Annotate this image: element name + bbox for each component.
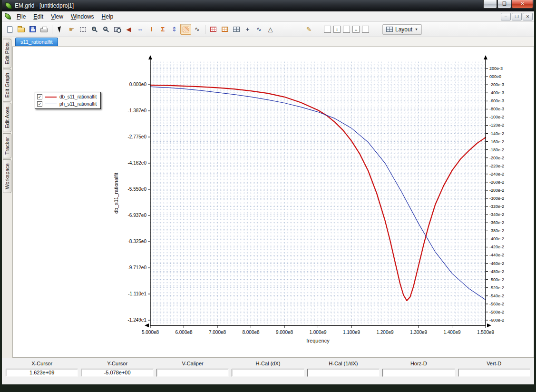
y-tick-label: -1.249e1 — [116, 317, 146, 323]
readout-header: Horz-D — [382, 361, 455, 369]
zoom-in-button[interactable] — [89, 24, 100, 35]
y-tick-label: -400e-2 — [489, 236, 504, 241]
legend-label: ph_s11_rationalfit — [59, 101, 97, 107]
layout-panes-button[interactable] — [231, 24, 242, 35]
y-axis-label: db_s11_rationalfit — [113, 173, 119, 214]
app-window: EM.grid - [untitledproj1] — ❑ ✕ FileEdit… — [0, 0, 536, 392]
readout-column-v-caliper: V-Caliper — [156, 361, 229, 377]
layout-menu-label: Layout — [395, 26, 412, 33]
menu-help[interactable]: Help — [98, 12, 117, 21]
readout-vert-d-value — [458, 369, 530, 377]
maximize-button[interactable]: ❑ — [497, 0, 511, 9]
mdi-restore-button[interactable]: ❐ — [512, 13, 522, 20]
y-tick-label: -420e-2 — [489, 245, 504, 249]
grid-orange-button[interactable] — [219, 24, 230, 35]
option-check-1-button[interactable] — [324, 26, 331, 33]
y-tick-label: -280e-2 — [489, 188, 504, 193]
zoom-out-button[interactable] — [100, 24, 111, 35]
menu-edit[interactable]: Edit — [29, 12, 47, 21]
minimize-button[interactable]: — — [483, 0, 497, 9]
wave-zoom-icon: ∿ — [195, 26, 200, 32]
menu-file[interactable]: File — [13, 12, 29, 21]
save-icon — [29, 26, 36, 32]
readout-column-x-cursor: X-Cursor1.623e+09 — [6, 361, 78, 377]
triangle-marker-icon: △ — [268, 26, 273, 32]
save-button[interactable] — [27, 24, 38, 35]
chevron-down-icon: ▼ — [415, 28, 418, 31]
side-tab-edit-plots[interactable]: Edit Plots — [3, 39, 11, 68]
y-tick-label: -320e-2 — [489, 204, 504, 209]
layout-menu-button[interactable]: Layout▼ — [382, 24, 422, 35]
vertical-caliper-button[interactable]: ⇕ — [169, 24, 180, 35]
menu-view[interactable]: View — [47, 12, 67, 21]
triangle-marker-button[interactable]: △ — [265, 24, 276, 35]
marker-pair-button[interactable]: ⇔ — [135, 24, 146, 35]
x-tick-label: 5.000e8 — [135, 330, 166, 335]
side-tab-workspace[interactable]: Workspace — [3, 159, 11, 193]
pan-hand-button[interactable]: ☛ — [66, 24, 77, 35]
select-cursor-button[interactable] — [55, 24, 66, 35]
app-logo-icon — [5, 2, 12, 9]
toolbar-separator — [205, 25, 205, 34]
readout-column-h-cal-1-dx: H-Cal (1/dX) — [307, 361, 380, 377]
pan-hand-icon: ☛ — [69, 26, 75, 32]
side-tab-edit-axes[interactable]: Edit Axes — [3, 103, 11, 132]
sigma-sum-button[interactable]: Σ — [157, 24, 168, 35]
tab-s11-rationalfit[interactable]: s11_rationalfit — [15, 38, 58, 46]
readout-header: H-Cal (1/dX) — [307, 361, 380, 369]
legend-checkbox-db-s11-rationalfit[interactable]: ✓ — [37, 94, 42, 99]
hatch-fill-button[interactable] — [180, 24, 191, 35]
open-file-button[interactable] — [16, 24, 27, 35]
new-document-button[interactable] — [4, 24, 15, 35]
readout-column-y-cursor: Y-Cursor-5.078e+00 — [81, 361, 153, 377]
marker-left-button[interactable]: ◀ — [123, 24, 134, 35]
close-button[interactable]: ✕ — [512, 0, 533, 9]
y-tick-label: -9.712e0 — [116, 265, 146, 270]
option-check-2-button[interactable] — [343, 26, 350, 33]
mdi-close-button[interactable]: ✕ — [523, 13, 533, 20]
readout-header: X-Cursor — [6, 361, 78, 369]
horizontal-fit-button[interactable]: ↔ — [352, 26, 360, 33]
crosshair-icon: + — [246, 26, 250, 32]
x-tick-label: 1.300e9 — [403, 330, 434, 335]
grid-red-button[interactable] — [208, 24, 219, 35]
mdi-minimize-button[interactable]: – — [501, 13, 511, 20]
marker-pair-icon: ⇔ — [137, 26, 143, 32]
y-tick-label: -400e-3 — [489, 90, 504, 95]
y-tick-label: -220e-2 — [489, 164, 504, 168]
option-check-3-button[interactable] — [362, 26, 369, 33]
marker-left-icon: ◀ — [127, 26, 131, 32]
side-tab-tracker[interactable]: Tracker — [3, 133, 11, 158]
plot-client-area: ✓db_s11_rationalfit✓ph_s11_rationalfit d… — [12, 47, 534, 358]
legend-label: db_s11_rationalfit — [59, 94, 97, 99]
x-tick-label: 1.400e9 — [437, 330, 468, 335]
zoom-window-button[interactable] — [112, 24, 123, 35]
print-button[interactable] — [39, 24, 49, 35]
readout-v-caliper-value — [156, 369, 229, 377]
pencil-edit-button[interactable]: ✎ — [303, 24, 314, 35]
y-tick-label: -1.387e0 — [116, 108, 146, 113]
vertical-fit-button[interactable]: ↕ — [333, 26, 341, 33]
legend-line-sample — [45, 97, 57, 98]
i-beam-cursor-button[interactable]: I — [146, 24, 157, 35]
i-beam-cursor-icon: I — [151, 26, 153, 32]
curve-fit-button[interactable]: ∿ — [253, 24, 264, 35]
readout-header: Vert-D — [458, 361, 530, 369]
grid-orange-icon — [222, 27, 228, 32]
y-tick-label: -6.937e0 — [116, 213, 146, 218]
plot-canvas[interactable] — [150, 61, 486, 325]
menu-windows[interactable]: Windows — [67, 12, 98, 21]
legend-box[interactable]: ✓db_s11_rationalfit✓ph_s11_rationalfit — [35, 92, 101, 109]
side-tab-edit-graph[interactable]: Edit Graph — [3, 69, 11, 102]
wave-zoom-button[interactable]: ∿ — [192, 24, 203, 35]
y-tick-label: 000e0 — [489, 74, 501, 79]
y-tick-label: -800e-3 — [489, 107, 504, 111]
readout-y-cursor-value: -5.078e+00 — [81, 369, 153, 377]
grid-red-icon — [210, 27, 216, 32]
zoom-region-button[interactable] — [78, 24, 88, 35]
select-cursor-icon — [58, 26, 62, 33]
crosshair-button[interactable]: + — [242, 24, 253, 35]
y-tick-label: -460e-2 — [489, 261, 504, 266]
legend-checkbox-ph-s11-rationalfit[interactable]: ✓ — [37, 101, 42, 107]
readout-column-vert-d: Vert-D — [458, 361, 530, 377]
